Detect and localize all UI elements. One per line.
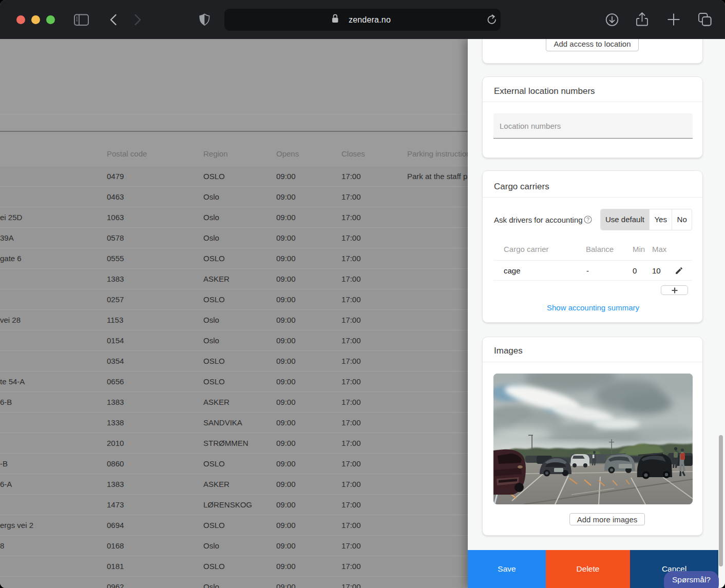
svg-text:?: ? — [586, 217, 589, 223]
